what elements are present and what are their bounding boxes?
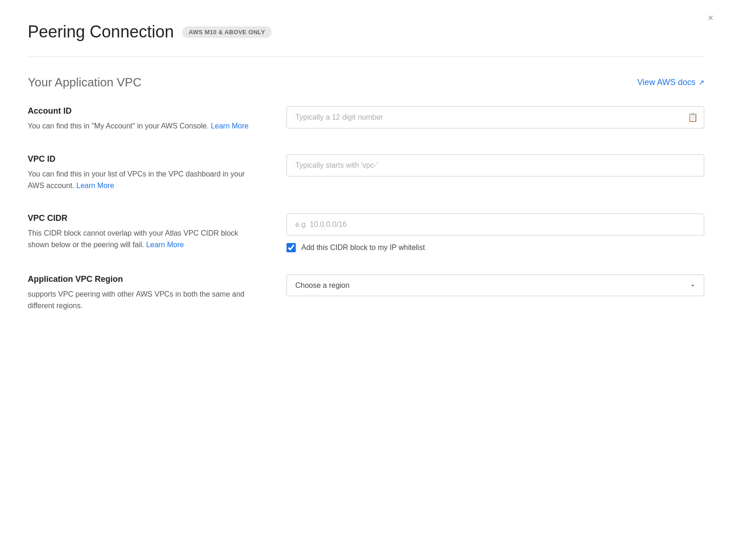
vpc-region-right: Choose a region us-east-1 us-east-2 us-w… bbox=[287, 274, 704, 296]
modal-header: Peering Connection AWS M10 & ABOVE ONLY bbox=[28, 22, 704, 42]
vpc-id-left: VPC ID You can find this in your list of… bbox=[28, 154, 259, 192]
vpc-region-description: supports VPC peering with other AWS VPCs… bbox=[28, 289, 259, 312]
account-id-input[interactable] bbox=[287, 106, 704, 128]
account-id-learn-more[interactable]: Learn More bbox=[211, 122, 249, 130]
vpc-id-right bbox=[287, 154, 704, 177]
vpc-cidr-input[interactable] bbox=[287, 213, 704, 236]
account-id-input-wrapper: 📋 bbox=[287, 106, 704, 128]
account-id-description: You can find this in "My Account" in you… bbox=[28, 121, 259, 132]
vpc-region-left: Application VPC Region supports VPC peer… bbox=[28, 274, 259, 312]
vpc-cidr-description: This CIDR block cannot overlap with your… bbox=[28, 228, 259, 251]
section-header: Your Application VPC View AWS docs ↗ bbox=[28, 75, 704, 90]
vpc-cidr-right: Add this CIDR block to my IP whitelist bbox=[287, 213, 704, 252]
whitelist-checkbox-label[interactable]: Add this CIDR block to my IP whitelist bbox=[301, 243, 425, 252]
vpc-region-row: Application VPC Region supports VPC peer… bbox=[28, 274, 704, 312]
aws-docs-link[interactable]: View AWS docs ↗ bbox=[637, 78, 704, 87]
account-id-left: Account ID You can find this in "My Acco… bbox=[28, 106, 259, 132]
header-divider bbox=[28, 56, 704, 57]
vpc-region-select-wrapper: Choose a region us-east-1 us-east-2 us-w… bbox=[287, 274, 704, 296]
tier-badge: AWS M10 & ABOVE ONLY bbox=[182, 26, 271, 38]
account-id-label: Account ID bbox=[28, 106, 259, 116]
vpc-id-row: VPC ID You can find this in your list of… bbox=[28, 154, 704, 192]
vpc-cidr-learn-more[interactable]: Learn More bbox=[146, 241, 184, 249]
clipboard-icon: 📋 bbox=[688, 112, 698, 122]
whitelist-checkbox-row: Add this CIDR block to my IP whitelist bbox=[287, 243, 704, 252]
external-link-icon: ↗ bbox=[698, 78, 704, 87]
section-title: Your Application VPC bbox=[28, 75, 141, 90]
account-id-row: Account ID You can find this in "My Acco… bbox=[28, 106, 704, 132]
account-id-right: 📋 bbox=[287, 106, 704, 128]
vpc-id-description: You can find this in your list of VPCs i… bbox=[28, 169, 259, 192]
vpc-id-label: VPC ID bbox=[28, 154, 259, 164]
aws-docs-link-text: View AWS docs bbox=[637, 78, 695, 87]
modal-container: × Peering Connection AWS M10 & ABOVE ONL… bbox=[0, 0, 732, 560]
modal-title: Peering Connection bbox=[28, 22, 174, 42]
vpc-id-learn-more[interactable]: Learn More bbox=[76, 182, 114, 189]
vpc-cidr-left: VPC CIDR This CIDR block cannot overlap … bbox=[28, 213, 259, 251]
vpc-id-input[interactable] bbox=[287, 154, 704, 177]
vpc-region-label: Application VPC Region bbox=[28, 274, 259, 284]
vpc-cidr-label: VPC CIDR bbox=[28, 213, 259, 223]
whitelist-checkbox[interactable] bbox=[287, 243, 296, 252]
vpc-cidr-row: VPC CIDR This CIDR block cannot overlap … bbox=[28, 213, 704, 252]
close-button[interactable]: × bbox=[708, 13, 714, 23]
vpc-region-select[interactable]: Choose a region us-east-1 us-east-2 us-w… bbox=[287, 274, 704, 296]
